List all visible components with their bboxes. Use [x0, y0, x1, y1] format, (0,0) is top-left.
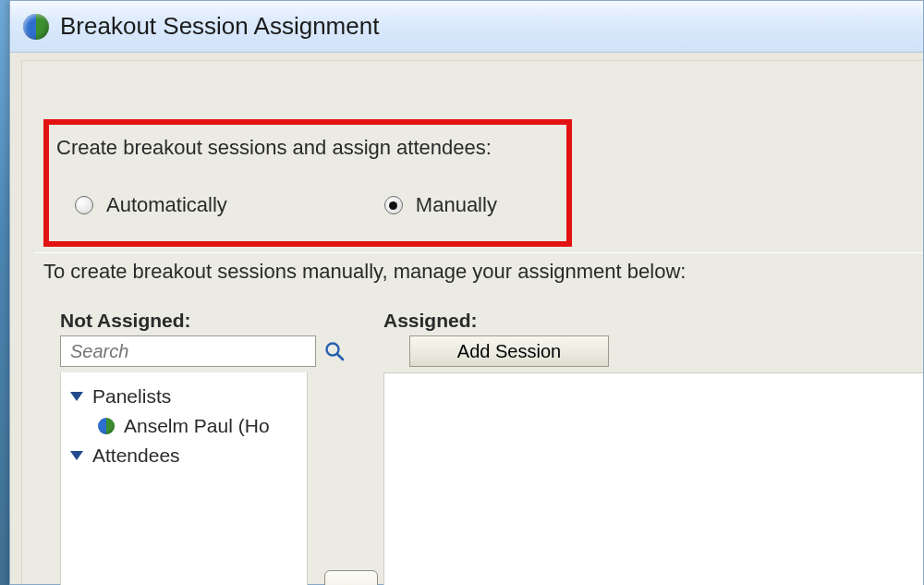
tree-group-label: Attendees [92, 445, 180, 467]
mode-radio-automatic-label: Automatically [106, 193, 227, 217]
chevron-down-icon [70, 392, 83, 401]
chevron-down-icon [70, 451, 83, 460]
mode-radio-manual[interactable]: Manually [384, 193, 497, 217]
tree-item-label: Anselm Paul (Ho [124, 415, 270, 437]
window-title: Breakout Session Assignment [60, 12, 379, 41]
search-wrap [60, 335, 308, 367]
not-assigned-panel[interactable]: Panelists Anselm Paul (Ho Attendees [60, 372, 308, 585]
svg-line-1 [337, 354, 343, 360]
tree-group-attendees[interactable]: Attendees [67, 441, 301, 470]
presence-icon [98, 418, 115, 434]
divider [34, 252, 923, 253]
instruction-text: To create breakout sessions manually, ma… [43, 260, 686, 284]
search-icon [323, 340, 346, 362]
search-input[interactable] [60, 335, 316, 367]
not-assigned-label: Not Assigned: [60, 310, 191, 332]
app-icon [23, 14, 49, 40]
mode-radio-group: Automatically Manually [75, 193, 497, 217]
move-buttons: >> [324, 570, 378, 585]
radio-icon-checked [384, 196, 403, 214]
move-right-button[interactable]: >> [324, 570, 378, 585]
assigned-panel[interactable] [383, 372, 923, 585]
radio-icon [75, 196, 93, 214]
titlebar[interactable]: Breakout Session Assignment [10, 1, 923, 53]
search-button[interactable] [323, 335, 346, 367]
mode-caption: Create breakout sessions and assign atte… [56, 136, 492, 160]
assigned-label: Assigned: [383, 310, 478, 332]
background-sliver [0, 0, 9, 585]
tree-group-label: Panelists [92, 385, 171, 408]
dialog-body: Create breakout sessions and assign atte… [10, 53, 923, 584]
tree-group-panelists[interactable]: Panelists [67, 382, 301, 411]
attendee-tree: Panelists Anselm Paul (Ho Attendees [61, 372, 307, 480]
mode-radio-automatic[interactable]: Automatically [75, 193, 227, 217]
tree-item-panelist[interactable]: Anselm Paul (Ho [67, 411, 301, 441]
dialog-window: Breakout Session Assignment Create break… [9, 0, 924, 585]
add-session-button[interactable]: Add Session [409, 335, 609, 367]
mode-radio-manual-label: Manually [416, 193, 497, 217]
